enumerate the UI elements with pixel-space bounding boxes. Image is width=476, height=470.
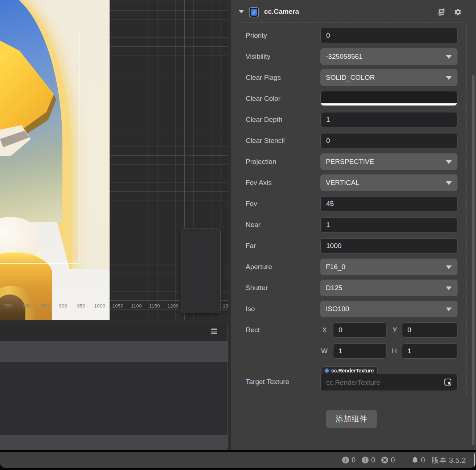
shutter-select[interactable]: D125 xyxy=(320,280,457,296)
menu-icon[interactable] xyxy=(211,329,217,335)
aperture-select[interactable]: F16_0 xyxy=(320,259,457,275)
ruler-label: 800 xyxy=(22,303,30,309)
error-count: 0 xyxy=(391,456,395,464)
info-icon: i xyxy=(342,456,349,464)
property-label: Shutter xyxy=(246,280,268,296)
target-texture-field[interactable]: cc.RenderTexture xyxy=(320,374,457,391)
select-value: VERTICAL xyxy=(326,179,360,186)
editor-window: 750 800 850 900 950 1000 1050 1100 1150 … xyxy=(0,0,476,470)
property-label: Aperture xyxy=(246,259,272,275)
lower-panel xyxy=(0,323,228,450)
scene-view-panel[interactable]: 750 800 850 900 950 1000 1050 1100 1150 … xyxy=(0,0,228,320)
asset-picker-cursor-icon[interactable] xyxy=(444,378,453,389)
select-value: PERSPECTIVE xyxy=(326,158,374,165)
component-title: cc.Camera xyxy=(264,8,299,16)
add-component-button[interactable]: 添加组件 xyxy=(326,410,377,428)
property-label: Iso xyxy=(246,301,255,317)
property-label: Rect xyxy=(246,322,260,338)
property-label: Visibility xyxy=(246,48,270,65)
rect-x-input[interactable]: 0 xyxy=(333,322,387,338)
select-value: ISO100 xyxy=(326,305,349,313)
property-label: Clear Stencil xyxy=(246,133,285,148)
caret-down-icon xyxy=(446,181,452,185)
caret-down-icon xyxy=(446,160,452,164)
scene-overlay-box xyxy=(181,228,221,313)
clear-stencil-input[interactable]: 0 xyxy=(320,133,457,148)
priority-input[interactable]: 0 xyxy=(320,28,457,43)
property-label: Fov Axis xyxy=(246,174,272,191)
asset-type-label: cc.RenderTexture xyxy=(331,368,374,374)
warning-log-button[interactable]: ! 0 xyxy=(361,456,375,464)
property-label: Clear Flags xyxy=(246,69,281,86)
rect-h-label: H xyxy=(392,343,397,359)
select-value: F16_0 xyxy=(326,263,345,271)
notification-count: 0 xyxy=(421,456,425,464)
svg-text:!: ! xyxy=(364,457,366,463)
projection-select[interactable]: PERSPECTIVE xyxy=(320,153,457,170)
version-label: 版本 3.5.2 xyxy=(431,455,466,465)
checkmark-icon: ✓ xyxy=(251,9,257,16)
chevron-down-icon[interactable] xyxy=(239,10,244,13)
rect-w-label: W xyxy=(321,343,328,359)
far-input[interactable]: 1000 xyxy=(320,238,457,253)
rect-w-input[interactable]: 1 xyxy=(333,343,387,359)
gear-icon[interactable] xyxy=(453,8,463,17)
near-input[interactable]: 1 xyxy=(320,217,457,232)
inspector-panel: ✓ cc.Camera Priority 0 Visibility xyxy=(231,0,476,452)
select-value: SOLID_COLOR xyxy=(326,74,375,81)
caret-down-icon xyxy=(446,55,452,59)
ruler-label: 950 xyxy=(77,303,85,309)
warning-icon: ! xyxy=(361,456,369,464)
ruler-label: 13 xyxy=(223,303,228,309)
component-enabled-checkbox[interactable]: ✓ xyxy=(249,7,259,17)
clear-color-swatch[interactable] xyxy=(320,91,457,106)
fov-input[interactable]: 45 xyxy=(320,196,457,211)
rect-y-label: Y xyxy=(393,322,397,338)
rect-h-input[interactable]: 1 xyxy=(402,343,457,359)
visibility-select[interactable]: -325058561 xyxy=(320,48,457,65)
select-value: -325058561 xyxy=(326,53,362,60)
clear-depth-input[interactable]: 1 xyxy=(320,112,457,127)
status-bar: i 0 ! 0 0 0 版本 3.5.2 xyxy=(0,452,476,468)
property-label: Clear Depth xyxy=(246,112,282,127)
lower-panel-content[interactable] xyxy=(0,362,227,435)
notifications-button[interactable]: 0 xyxy=(411,456,425,464)
ruler-label: 1100 xyxy=(131,303,142,309)
property-label: Target Texture xyxy=(246,374,289,389)
ruler-label: 1150 xyxy=(149,303,160,309)
render-texture-type-tag: cc.RenderTexture xyxy=(322,366,378,374)
info-log-button[interactable]: i 0 xyxy=(342,456,356,464)
warning-count: 0 xyxy=(371,456,375,464)
lower-panel-toolbar xyxy=(0,341,227,362)
property-label: Clear Color xyxy=(246,91,280,106)
error-icon xyxy=(381,456,389,464)
property-label: Projection xyxy=(246,153,276,170)
svg-text:i: i xyxy=(345,457,346,463)
select-value: D125 xyxy=(326,284,342,292)
ruler-label: 900 xyxy=(59,303,67,309)
caret-down-icon xyxy=(446,308,452,311)
property-label: Priority xyxy=(246,28,267,43)
lower-panel-header xyxy=(0,323,227,341)
lower-panel-footer xyxy=(0,435,227,450)
caret-down-icon xyxy=(446,286,452,290)
rect-x-label: X xyxy=(322,322,327,338)
iso-select[interactable]: ISO100 xyxy=(320,301,457,317)
inspector-scrollbar[interactable] xyxy=(472,75,475,445)
ruler-label: 1000 xyxy=(94,303,106,309)
ruler-label: 850 xyxy=(41,303,49,309)
target-texture-placeholder: cc.RenderTexture xyxy=(321,374,457,391)
clear-flags-select[interactable]: SOLID_COLOR xyxy=(320,69,457,86)
camera-preview-image xyxy=(0,0,110,320)
property-label: Fov xyxy=(246,196,257,211)
rect-y-input[interactable]: 0 xyxy=(402,322,457,338)
ruler-label: 750 xyxy=(4,303,12,309)
asset-diamond-icon xyxy=(324,368,329,373)
ruler-label: 1050 xyxy=(112,303,124,309)
error-log-button[interactable]: 0 xyxy=(381,456,395,464)
ruler-label: 1200 xyxy=(168,303,179,309)
caret-down-icon xyxy=(446,265,452,269)
caret-down-icon xyxy=(446,76,452,80)
docs-book-icon[interactable] xyxy=(437,8,446,17)
fov-axis-select[interactable]: VERTICAL xyxy=(320,174,457,191)
